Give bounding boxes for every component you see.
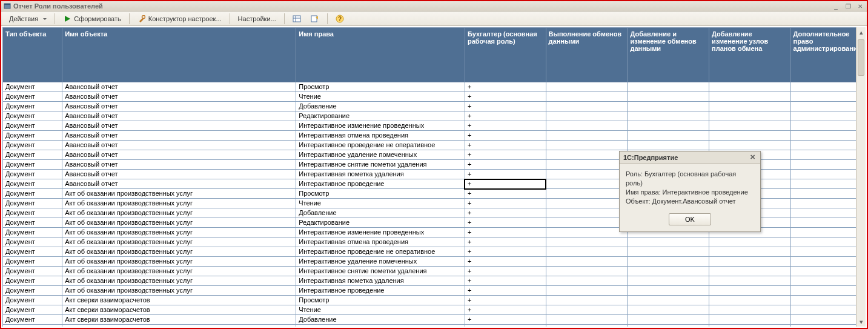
table-cell[interactable]: Акт сверки взаиморасчетов xyxy=(62,315,296,325)
settings-button[interactable]: Настройки... xyxy=(234,13,280,25)
table-cell[interactable] xyxy=(546,208,628,218)
table-cell[interactable] xyxy=(790,247,865,257)
table-cell[interactable]: Чтение xyxy=(296,199,465,208)
table-cell[interactable] xyxy=(546,247,628,257)
table-cell[interactable]: + xyxy=(465,150,546,160)
table-cell[interactable] xyxy=(790,208,865,218)
table-cell[interactable]: + xyxy=(465,141,546,150)
table-cell[interactable]: Акт об оказании производственных услуг xyxy=(62,267,296,276)
table-cell[interactable] xyxy=(546,121,628,131)
table-cell[interactable] xyxy=(790,141,865,150)
table-cell[interactable]: Акт сверки взаиморасчетов xyxy=(62,305,296,315)
generate-button[interactable]: Сформировать xyxy=(59,13,125,25)
table-cell[interactable]: Просмотр xyxy=(296,189,465,199)
table-cell[interactable] xyxy=(790,179,865,189)
table-cell[interactable]: + xyxy=(465,247,546,257)
table-cell[interactable] xyxy=(790,82,865,92)
table-cell[interactable] xyxy=(546,257,628,267)
table-cell[interactable]: Чтение xyxy=(296,92,465,102)
table-cell[interactable]: + xyxy=(465,325,546,327)
table-cell[interactable] xyxy=(709,315,791,325)
table-cell[interactable]: Интерактивное снятие пометки удаления xyxy=(296,160,465,170)
table-cell[interactable]: Документ xyxy=(3,189,62,199)
table-cell[interactable] xyxy=(628,325,709,327)
column-header[interactable]: Имя объекта xyxy=(62,28,296,82)
table-cell[interactable] xyxy=(709,267,791,276)
table-cell[interactable] xyxy=(709,102,791,111)
table-cell[interactable] xyxy=(628,305,709,315)
column-header[interactable]: Выполнение обменов данными xyxy=(546,28,628,82)
table-cell[interactable]: Документ xyxy=(3,315,62,325)
table-cell[interactable] xyxy=(790,296,865,305)
table-cell[interactable]: + xyxy=(465,228,546,238)
table-cell[interactable]: Документ xyxy=(3,160,62,170)
table-cell[interactable]: + xyxy=(465,218,546,228)
table-cell[interactable]: Документ xyxy=(3,325,62,327)
table-cell[interactable]: + xyxy=(465,111,546,121)
table-cell[interactable]: Документ xyxy=(3,170,62,179)
table-cell[interactable] xyxy=(790,102,865,111)
table-cell[interactable] xyxy=(709,141,791,150)
table-cell[interactable]: Добавление xyxy=(296,102,465,111)
table-cell[interactable]: + xyxy=(465,208,546,218)
table-cell[interactable] xyxy=(790,267,865,276)
table-cell[interactable]: + xyxy=(465,199,546,208)
table-cell[interactable]: Документ xyxy=(3,141,62,150)
table-cell[interactable] xyxy=(628,82,709,92)
table-cell[interactable]: Авансовый отчет xyxy=(62,170,296,179)
table-cell[interactable]: Интерактивная отмена проведения xyxy=(296,131,465,141)
table-cell[interactable]: Просмотр xyxy=(296,82,465,92)
table-cell[interactable]: Документ xyxy=(3,199,62,208)
table-cell[interactable] xyxy=(790,111,865,121)
table-cell[interactable] xyxy=(709,296,791,305)
table-cell[interactable] xyxy=(546,160,628,170)
table-cell[interactable]: Авансовый отчет xyxy=(62,150,296,160)
table-cell[interactable] xyxy=(709,82,791,92)
table-cell[interactable] xyxy=(546,228,628,238)
table-cell[interactable]: + xyxy=(465,179,546,189)
table-cell[interactable]: Акт об оказании производственных услуг xyxy=(62,218,296,228)
table-cell[interactable] xyxy=(546,286,628,296)
table-cell[interactable] xyxy=(628,276,709,286)
table-cell[interactable]: Интерактивное проведение не оперативное xyxy=(296,247,465,257)
table-cell[interactable]: Документ xyxy=(3,228,62,238)
table-cell[interactable]: Редактирование xyxy=(296,218,465,228)
table-cell[interactable]: Документ xyxy=(3,92,62,102)
table-row[interactable]: ДокументАвансовый отчетДобавление+ xyxy=(3,102,866,111)
table-row[interactable]: ДокументАкт об оказании производственных… xyxy=(3,276,866,286)
table-cell[interactable]: + xyxy=(465,305,546,315)
table-row[interactable]: ДокументАкт об оказании производственных… xyxy=(3,238,866,247)
tool-icon-2[interactable] xyxy=(306,13,323,25)
table-cell[interactable] xyxy=(790,286,865,296)
column-header[interactable]: Тип объекта xyxy=(3,28,62,82)
table-cell[interactable] xyxy=(790,325,865,327)
table-cell[interactable]: Авансовый отчет xyxy=(62,111,296,121)
table-cell[interactable] xyxy=(546,189,628,199)
table-cell[interactable] xyxy=(546,150,628,160)
table-cell[interactable] xyxy=(709,276,791,286)
table-cell[interactable] xyxy=(546,305,628,315)
table-cell[interactable] xyxy=(709,238,791,247)
table-cell[interactable] xyxy=(790,189,865,199)
table-cell[interactable]: Акт об оказании производственных услуг xyxy=(62,199,296,208)
table-cell[interactable] xyxy=(546,111,628,121)
table-cell[interactable]: Интерактивное проведение не оперативное xyxy=(296,141,465,150)
table-cell[interactable]: Интерактивное изменение проведенных xyxy=(296,121,465,131)
table-cell[interactable]: Документ xyxy=(3,247,62,257)
table-cell[interactable]: Редактирование xyxy=(296,325,465,327)
table-cell[interactable]: Акт об оказании производственных услуг xyxy=(62,257,296,267)
close-button[interactable]: ✕ xyxy=(856,2,864,10)
scroll-thumb[interactable] xyxy=(858,39,864,76)
table-cell[interactable] xyxy=(628,92,709,102)
table-cell[interactable] xyxy=(628,315,709,325)
table-cell[interactable]: Интерактивное изменение проведенных xyxy=(296,228,465,238)
table-cell[interactable] xyxy=(790,218,865,228)
table-row[interactable]: ДокументАкт об оказании производственных… xyxy=(3,267,866,276)
table-cell[interactable] xyxy=(790,121,865,131)
table-cell[interactable] xyxy=(546,92,628,102)
column-header[interactable]: Добавление и изменение обменов данными xyxy=(628,28,709,82)
table-cell[interactable] xyxy=(546,170,628,179)
table-cell[interactable]: + xyxy=(465,82,546,92)
table-cell[interactable]: Акт об оказании производственных услуг xyxy=(62,276,296,286)
table-cell[interactable]: Редактирование xyxy=(296,111,465,121)
